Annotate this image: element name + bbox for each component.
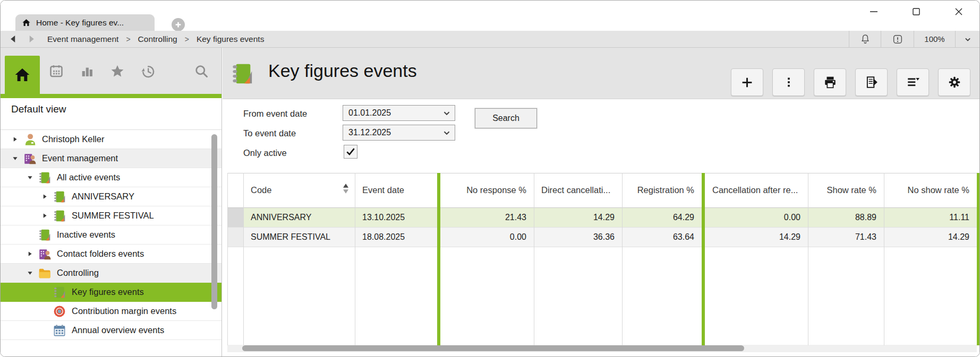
breadcrumb-item[interactable]: Key figures events bbox=[197, 34, 265, 44]
horizontal-scrollbar-track[interactable] bbox=[227, 345, 977, 352]
tree-item-contribution-margin-events[interactable]: Contribution margin events bbox=[1, 302, 221, 321]
tab-home[interactable]: Home - Key figures ev... bbox=[15, 14, 155, 31]
notifications-button[interactable] bbox=[849, 31, 881, 48]
search-button[interactable]: Search bbox=[475, 108, 537, 128]
table-header-row: Code Event date No response % Direct can… bbox=[227, 173, 980, 207]
tree-item-contact-folders-events[interactable]: Contact folders events bbox=[1, 245, 221, 264]
tree-item-christoph-keller[interactable]: Christoph Keller bbox=[1, 130, 221, 149]
to-date-dropdown-button[interactable] bbox=[439, 125, 454, 140]
accent-underline bbox=[1, 94, 221, 98]
cell-cancellation-after: 0.00 bbox=[705, 207, 808, 227]
tree-item-controlling[interactable]: Controlling bbox=[1, 264, 221, 283]
tree-item-anniversary[interactable]: ANNIVERSARY bbox=[1, 187, 221, 206]
expand-arrow-icon[interactable] bbox=[38, 213, 52, 219]
tree-item-label: Event management bbox=[38, 153, 118, 163]
toolbar bbox=[731, 68, 970, 96]
more-options-button[interactable] bbox=[772, 68, 805, 96]
from-date-input[interactable] bbox=[343, 105, 455, 121]
cell-direct-cancellation: 36.36 bbox=[534, 227, 622, 247]
table-top-border bbox=[227, 173, 980, 173]
tree-item-label: Christoph Keller bbox=[38, 134, 104, 144]
back-button[interactable] bbox=[9, 35, 17, 43]
tree-item-summer-festival[interactable]: SUMMER FESTIVAL bbox=[1, 206, 221, 225]
column-header-cancellation-after[interactable]: Cancellation after re... bbox=[705, 173, 808, 207]
nav-history-tab[interactable] bbox=[133, 48, 163, 94]
row-selector[interactable] bbox=[227, 227, 243, 247]
maximize-icon bbox=[911, 7, 921, 16]
tree-item-inactive-events[interactable]: Inactive events bbox=[1, 225, 221, 245]
minimize-button[interactable] bbox=[866, 5, 882, 19]
folder-icon bbox=[37, 266, 53, 280]
new-tab-button[interactable] bbox=[172, 18, 185, 31]
row-selector[interactable] bbox=[227, 207, 243, 227]
close-button[interactable] bbox=[951, 5, 967, 19]
nav-search-tab[interactable] bbox=[186, 48, 216, 94]
only-active-checkbox[interactable] bbox=[344, 145, 357, 159]
sidebar-vertical-scrollbar[interactable] bbox=[211, 134, 217, 309]
tree-item-annual-overview-events[interactable]: Annual overview events bbox=[1, 321, 221, 340]
printer-icon bbox=[823, 75, 837, 89]
nav-favorites-tab[interactable] bbox=[103, 48, 132, 94]
notebook-icon bbox=[52, 285, 67, 299]
checkmark-icon bbox=[345, 146, 356, 157]
column-gridline bbox=[355, 173, 355, 345]
cell-no-show-rate: 11.11 bbox=[884, 207, 977, 227]
expand-arrow-icon[interactable] bbox=[38, 194, 52, 199]
breadcrumb-item[interactable]: Event management bbox=[47, 34, 118, 44]
forward-button[interactable] bbox=[28, 35, 36, 43]
breadcrumb: Event management > Controlling > Key fig… bbox=[47, 34, 264, 44]
maximize-button[interactable] bbox=[908, 5, 924, 19]
column-header-direct-cancellation[interactable]: Direct cancellati... bbox=[534, 173, 622, 207]
breadcrumb-item[interactable]: Controlling bbox=[138, 34, 177, 44]
column-header-registration[interactable]: Registration % bbox=[622, 173, 702, 207]
column-header-no-response[interactable]: No response % bbox=[440, 173, 534, 207]
column-label: Event date bbox=[362, 185, 404, 195]
collapse-arrow-icon[interactable] bbox=[8, 155, 22, 161]
sidebar: Default view Christoph Keller Event mana… bbox=[1, 48, 222, 356]
cell-show-rate: 71.43 bbox=[808, 227, 884, 247]
main-panel: Key figures events From event date To ev… bbox=[223, 48, 979, 356]
alert-icon bbox=[892, 33, 904, 45]
nav-statistics-tab[interactable] bbox=[72, 48, 102, 94]
calendar-table-icon bbox=[52, 324, 67, 337]
expand-arrow-icon[interactable] bbox=[23, 251, 37, 257]
cell-no-response: 0.00 bbox=[440, 227, 534, 247]
cell-no-response: 21.43 bbox=[440, 207, 534, 227]
nav-calendar-tab[interactable] bbox=[41, 48, 71, 94]
tree-item-label: Key figures events bbox=[67, 287, 144, 297]
tree-item-label: ANNIVERSARY bbox=[67, 191, 134, 202]
tree-item-key-figures-events[interactable]: Key figures events bbox=[1, 283, 221, 302]
column-label: No show rate % bbox=[908, 185, 969, 195]
column-header-code[interactable]: Code bbox=[243, 173, 355, 207]
column-header-no-show-rate[interactable]: No show rate % bbox=[884, 173, 977, 207]
alerts-button[interactable] bbox=[881, 31, 914, 48]
horizontal-scrollbar-thumb[interactable] bbox=[242, 345, 744, 351]
column-label: Direct cancellati... bbox=[541, 185, 610, 195]
column-header-event-date[interactable]: Event date bbox=[355, 173, 437, 207]
cell-no-show-rate: 14.29 bbox=[884, 227, 977, 247]
from-date-dropdown-button[interactable] bbox=[439, 106, 454, 120]
column-header-show-rate[interactable]: Show rate % bbox=[808, 173, 884, 207]
export-button[interactable] bbox=[855, 68, 888, 96]
collapse-arrow-icon[interactable] bbox=[23, 270, 37, 276]
expand-arrow-icon[interactable] bbox=[8, 136, 22, 142]
table-row[interactable]: ANNIVERSARY 13.10.2025 21.43 14.29 64.29… bbox=[227, 207, 980, 227]
breadcrumb-separator: > bbox=[126, 35, 130, 43]
zoom-level[interactable]: 100% bbox=[914, 31, 955, 48]
breadcrumb-right-cluster: 100% bbox=[849, 31, 979, 48]
sort-button[interactable] bbox=[897, 68, 929, 96]
settings-button[interactable] bbox=[938, 68, 970, 96]
table-row[interactable]: SUMMER FESTIVAL 18.08.2025 0.00 36.36 63… bbox=[227, 227, 980, 247]
zoom-dropdown-button[interactable] bbox=[956, 31, 979, 48]
close-icon bbox=[954, 7, 964, 16]
tree-item-event-management[interactable]: Event management bbox=[1, 149, 221, 168]
to-date-input[interactable] bbox=[343, 125, 455, 141]
add-button[interactable] bbox=[731, 68, 763, 96]
bar-chart-icon bbox=[80, 64, 95, 79]
nav-home-tab[interactable] bbox=[5, 56, 40, 94]
print-button[interactable] bbox=[814, 68, 846, 96]
collapse-arrow-icon[interactable] bbox=[23, 175, 37, 180]
tree-item-all-active-events[interactable]: All active events bbox=[1, 168, 221, 187]
tree-item-label: Contribution margin events bbox=[67, 306, 176, 316]
tree-item-label: Controlling bbox=[53, 268, 99, 278]
